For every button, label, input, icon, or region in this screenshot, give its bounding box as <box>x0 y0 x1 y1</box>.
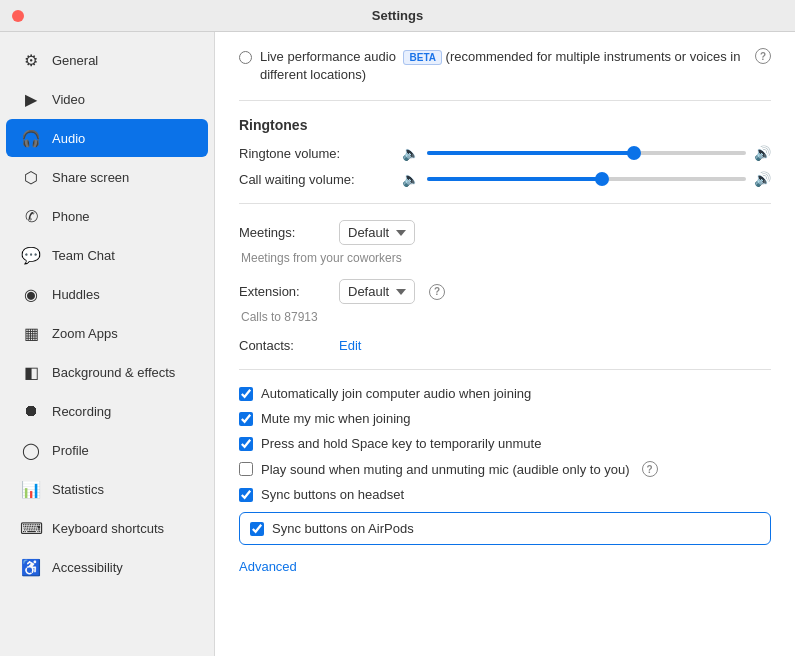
volume-low-icon-1: 🔈 <box>402 145 419 161</box>
phone-icon: ✆ <box>20 205 42 227</box>
statistics-icon: 📊 <box>20 478 42 500</box>
meetings-dropdown[interactable]: Default <box>339 220 415 245</box>
sidebar-item-video[interactable]: ▶Video <box>6 80 208 118</box>
sidebar-label-background-effects: Background & effects <box>52 365 175 380</box>
sidebar-item-general[interactable]: ⚙General <box>6 41 208 79</box>
checkbox-label-auto-join: Automatically join computer audio when j… <box>261 386 531 401</box>
ringtone-slider-fill <box>427 151 634 155</box>
checkboxes-section: Automatically join computer audio when j… <box>239 386 771 545</box>
checkbox-label-mute-mic: Mute my mic when joining <box>261 411 411 426</box>
live-performance-radio[interactable] <box>239 51 252 64</box>
sidebar-label-keyboard-shortcuts: Keyboard shortcuts <box>52 521 164 536</box>
sidebar-label-video: Video <box>52 92 85 107</box>
checkbox-sync-airpods[interactable] <box>250 522 264 536</box>
titlebar: Settings <box>0 0 795 32</box>
checkbox-label-press-hold-space: Press and hold Space key to temporarily … <box>261 436 541 451</box>
call-waiting-volume-slider[interactable] <box>427 177 746 181</box>
sidebar: ⚙General▶Video🎧Audio⬡Share screen✆Phone💬… <box>0 32 215 656</box>
edit-contacts-link[interactable]: Edit <box>339 338 361 353</box>
sidebar-label-accessibility: Accessibility <box>52 560 123 575</box>
sidebar-item-phone[interactable]: ✆Phone <box>6 197 208 235</box>
keyboard-shortcuts-icon: ⌨ <box>20 517 42 539</box>
sidebar-label-statistics: Statistics <box>52 482 104 497</box>
checkbox-play-sound[interactable] <box>239 462 253 476</box>
window-title: Settings <box>372 8 423 23</box>
checkbox-mute-mic[interactable] <box>239 412 253 426</box>
sidebar-item-team-chat[interactable]: 💬Team Chat <box>6 236 208 274</box>
meetings-row: Meetings: Default <box>239 220 771 245</box>
sidebar-item-share-screen[interactable]: ⬡Share screen <box>6 158 208 196</box>
meetings-label: Meetings: <box>239 225 329 240</box>
sidebar-item-accessibility[interactable]: ♿Accessibility <box>6 548 208 586</box>
volume-high-icon-1: 🔊 <box>754 145 771 161</box>
huddles-icon: ◉ <box>20 283 42 305</box>
extension-dropdown[interactable]: Default <box>339 279 415 304</box>
calls-to-text: Calls to 87913 <box>241 310 771 324</box>
accessibility-icon: ♿ <box>20 556 42 578</box>
checkbox-sync-headset[interactable] <box>239 488 253 502</box>
checkbox-label-play-sound: Play sound when muting and unmuting mic … <box>261 462 630 477</box>
checkbox-row-press-hold-space: Press and hold Space key to temporarily … <box>239 436 771 451</box>
main-layout: ⚙General▶Video🎧Audio⬡Share screen✆Phone💬… <box>0 32 795 656</box>
sidebar-item-background-effects[interactable]: ◧Background & effects <box>6 353 208 391</box>
sidebar-label-phone: Phone <box>52 209 90 224</box>
ringtone-volume-slider[interactable] <box>427 151 746 155</box>
sidebar-item-audio[interactable]: 🎧Audio <box>6 119 208 157</box>
checkbox-row-mute-mic: Mute my mic when joining <box>239 411 771 426</box>
divider-1 <box>239 100 771 101</box>
background-effects-icon: ◧ <box>20 361 42 383</box>
sidebar-item-zoom-apps[interactable]: ▦Zoom Apps <box>6 314 208 352</box>
checkbox-press-hold-space[interactable] <box>239 437 253 451</box>
ringtones-title: Ringtones <box>239 117 771 133</box>
sidebar-label-recording: Recording <box>52 404 111 419</box>
sidebar-label-zoom-apps: Zoom Apps <box>52 326 118 341</box>
advanced-link[interactable]: Advanced <box>239 559 297 574</box>
window-controls <box>12 10 24 22</box>
close-button[interactable] <box>12 10 24 22</box>
ringtone-volume-label: Ringtone volume: <box>239 146 394 161</box>
checkbox-row-sync-airpods: Sync buttons on AirPods <box>239 512 771 545</box>
call-waiting-volume-row: Call waiting volume: 🔈 🔊 <box>239 171 771 187</box>
play-sound-help-icon[interactable]: ? <box>642 461 658 477</box>
sidebar-item-statistics[interactable]: 📊Statistics <box>6 470 208 508</box>
extension-help-icon[interactable]: ? <box>429 284 445 300</box>
extension-label: Extension: <box>239 284 329 299</box>
call-waiting-volume-label: Call waiting volume: <box>239 172 394 187</box>
profile-icon: ◯ <box>20 439 42 461</box>
sidebar-label-share-screen: Share screen <box>52 170 129 185</box>
sidebar-item-huddles[interactable]: ◉Huddles <box>6 275 208 313</box>
live-performance-label: Live performance audio BETA (recommended… <box>260 48 743 84</box>
checkbox-label-sync-airpods: Sync buttons on AirPods <box>272 521 414 536</box>
extension-row: Extension: Default ? <box>239 279 771 304</box>
sidebar-item-keyboard-shortcuts[interactable]: ⌨Keyboard shortcuts <box>6 509 208 547</box>
live-performance-help-icon[interactable]: ? <box>755 48 771 64</box>
live-performance-row: Live performance audio BETA (recommended… <box>239 48 771 84</box>
recording-icon: ⏺ <box>20 400 42 422</box>
call-waiting-slider-fill <box>427 177 602 181</box>
share-screen-icon: ⬡ <box>20 166 42 188</box>
sidebar-label-general: General <box>52 53 98 68</box>
sidebar-label-huddles: Huddles <box>52 287 100 302</box>
general-icon: ⚙ <box>20 49 42 71</box>
call-waiting-slider-thumb[interactable] <box>595 172 609 186</box>
sidebar-label-audio: Audio <box>52 131 85 146</box>
volume-high-icon-2: 🔊 <box>754 171 771 187</box>
checkbox-row-play-sound: Play sound when muting and unmuting mic … <box>239 461 771 477</box>
checkbox-auto-join[interactable] <box>239 387 253 401</box>
sidebar-label-profile: Profile <box>52 443 89 458</box>
ringtone-volume-row: Ringtone volume: 🔈 🔊 <box>239 145 771 161</box>
divider-3 <box>239 369 771 370</box>
divider-2 <box>239 203 771 204</box>
team-chat-icon: 💬 <box>20 244 42 266</box>
sidebar-item-recording[interactable]: ⏺Recording <box>6 392 208 430</box>
sidebar-label-team-chat: Team Chat <box>52 248 115 263</box>
zoom-apps-icon: ▦ <box>20 322 42 344</box>
ringtone-slider-thumb[interactable] <box>627 146 641 160</box>
volume-low-icon-2: 🔈 <box>402 171 419 187</box>
meetings-hint: Meetings from your coworkers <box>241 251 771 265</box>
beta-badge: BETA <box>403 50 441 65</box>
sidebar-item-profile[interactable]: ◯Profile <box>6 431 208 469</box>
video-icon: ▶ <box>20 88 42 110</box>
content-area: Live performance audio BETA (recommended… <box>215 32 795 656</box>
checkbox-row-sync-headset: Sync buttons on headset <box>239 487 771 502</box>
